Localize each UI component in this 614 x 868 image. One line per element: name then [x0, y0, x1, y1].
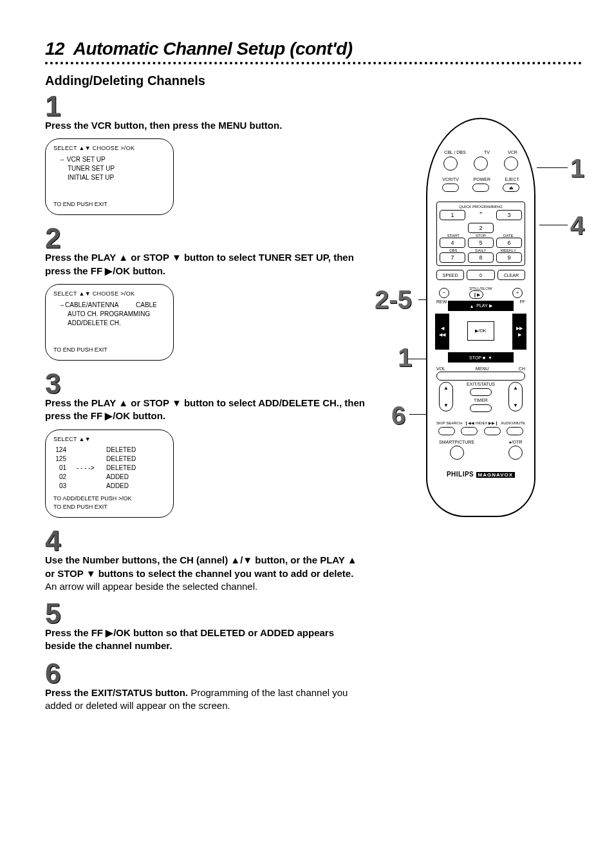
- osd1-header: SELECT ▲▼ CHOOSE >/OK: [53, 144, 165, 153]
- osd2-row-2: AUTO CH. PROGRAMMING: [59, 310, 165, 319]
- osd1-body: VCR SET UP TUNER SET UP INITIAL SET UP: [53, 153, 165, 200]
- page-title-text: Automatic Channel Setup (cont'd): [73, 39, 353, 59]
- index-prev-button[interactable]: [461, 427, 478, 435]
- key-5[interactable]: 5: [468, 238, 494, 248]
- osd1-item-1: VCR SET UP: [59, 155, 165, 164]
- step-5-text: Press the FF ▶/OK button so that DELETED…: [45, 627, 367, 653]
- menu-row: VOL MENU CH: [436, 366, 525, 381]
- callout-4: 4: [570, 211, 584, 240]
- key-2[interactable]: 2: [468, 223, 494, 233]
- skip-row: SKIP SEARCH ❙◀◀ INDEX ▶▶❙ AUDIO/MUTE: [436, 420, 525, 425]
- tv-button[interactable]: [474, 156, 488, 171]
- key-8[interactable]: 8: [468, 252, 494, 263]
- mid-buttons: ⏏: [427, 184, 534, 192]
- clear-button[interactable]: CLEAR: [498, 270, 525, 280]
- key-7[interactable]: 7: [440, 252, 465, 263]
- step-1-text: Press the VCR button, then press the MEN…: [45, 119, 367, 132]
- eject-button[interactable]: ⏏: [503, 184, 519, 192]
- key-6[interactable]: 6: [496, 238, 522, 248]
- step-number-5: 5: [45, 599, 367, 628]
- key-3[interactable]: 3: [496, 210, 522, 220]
- device-labels: CBL / DBS TV VCR: [427, 150, 534, 155]
- steps-column: 1 Press the VCR button, then press the M…: [45, 92, 367, 719]
- step-number-6: 6: [45, 659, 367, 688]
- tv-label: TV: [484, 150, 490, 155]
- menu-label: MENU: [476, 366, 489, 371]
- page-subtitle: Adding/Deleting Channels: [45, 73, 582, 88]
- audio-mute-button[interactable]: [507, 427, 523, 435]
- stop-down-button[interactable]: STOP ■ ▼: [448, 352, 514, 363]
- osd1-item-2: TUNER SET UP: [59, 164, 165, 173]
- osd2-body: CABLE/ANTENNACABLE AUTO CH. PROGRAMMING …: [53, 298, 165, 346]
- slow-minus-button[interactable]: −: [439, 288, 449, 298]
- step-number-1: 1: [45, 92, 367, 120]
- page-title: 12 Automatic Channel Setup (cont'd): [45, 39, 582, 59]
- speed-button[interactable]: SPEED: [436, 270, 464, 280]
- smartpicture-button[interactable]: [450, 446, 464, 460]
- osd3-body: 124DELETED 125DELETED 01- - - ->DELETED …: [53, 443, 165, 495]
- callout-6: 6: [391, 401, 405, 430]
- audio-mute-label: AUDIO/MUTE: [501, 421, 525, 425]
- brand-philips: PHILIPS: [447, 471, 474, 478]
- speed-row: SPEED 0 CLEAR: [436, 270, 525, 280]
- timer-button[interactable]: [470, 404, 492, 412]
- play-up-button[interactable]: ▲ PLAY ▶: [448, 301, 514, 311]
- index-label: ❙◀◀ INDEX ▶▶❙: [465, 420, 498, 425]
- leader-line: [537, 167, 568, 168]
- vcr-button[interactable]: [504, 156, 518, 171]
- rocker-row: ▲▼ EXIT/STATUS TIMER ▲▼: [439, 382, 523, 412]
- step-number-2: 2: [45, 224, 367, 252]
- eject-label: EJECT: [505, 177, 519, 182]
- vol-rocker[interactable]: ▲▼: [439, 382, 453, 411]
- index-next-button[interactable]: [484, 427, 501, 435]
- step-number-3: 3: [45, 370, 367, 398]
- key-1[interactable]: 1: [440, 210, 465, 220]
- power-button[interactable]: [472, 184, 489, 192]
- exit-status-label: EXIT/STATUS: [467, 382, 495, 386]
- key-0[interactable]: 0: [467, 270, 494, 280]
- ch-label: CH: [519, 366, 525, 371]
- osd1-footer: TO END PUSH EXIT: [53, 200, 165, 209]
- step-2-text: Press the PLAY ▲ or STOP ▼ button to sel…: [45, 251, 367, 278]
- osd1-item-3: INITIAL SET UP: [59, 173, 165, 182]
- still-slow-label: STILL/SLOW: [469, 287, 492, 290]
- osd2-header: SELECT ▲▼ CHOOSE >/OK: [53, 290, 165, 298]
- device-buttons: [427, 156, 534, 171]
- osd3-footer-1: TO ADD/DELETE PUSH >/OK: [53, 495, 165, 503]
- osd-screen-2: SELECT ▲▼ CHOOSE >/OK CABLE/ANTENNACABLE…: [45, 284, 174, 361]
- vol-label: VOL: [436, 366, 445, 371]
- remote-column: 1 4 2-5 1 6 CBL / DBS TV VCR VCR/TV POWE…: [380, 92, 582, 517]
- pause-play-button[interactable]: ❙▶: [469, 290, 483, 299]
- keypad: QUICK PROGRAMMING 1- 2 3 STARTSTOPDATE 4…: [436, 202, 525, 266]
- key-4[interactable]: 4: [440, 238, 465, 248]
- rec-otr-label: ●/OTR: [508, 440, 523, 444]
- ff-right-button[interactable]: ▶▶▶: [512, 314, 526, 350]
- vcr-label: VCR: [508, 150, 517, 155]
- rew-left-button[interactable]: ◀◀◀: [435, 314, 449, 350]
- key-9[interactable]: 9: [496, 252, 522, 263]
- vcrtv-button[interactable]: [442, 184, 459, 192]
- osd2-row-1: CABLE/ANTENNACABLE: [59, 301, 165, 310]
- leader-line: [539, 225, 568, 225]
- osd3-row: 124DELETED: [55, 446, 165, 455]
- remote-control: CBL / DBS TV VCR VCR/TV POWER EJECT ⏏: [426, 118, 535, 517]
- menu-button[interactable]: [436, 372, 525, 381]
- step-number-4: 4: [45, 527, 367, 555]
- brand: PHILIPS MAGNAVOX: [427, 471, 534, 478]
- timer-label: TIMER: [474, 398, 488, 402]
- osd3-row: 01- - - ->DELETED: [55, 464, 165, 473]
- page-number: 12: [45, 39, 64, 59]
- cbl-dbs-label: CBL / DBS: [444, 150, 466, 155]
- ok-button[interactable]: ▶/OK: [467, 321, 494, 341]
- exit-status-button[interactable]: [470, 388, 492, 396]
- mid-labels: VCR/TV POWER EJECT: [427, 177, 534, 182]
- callout-1: 1: [570, 154, 584, 183]
- skip-search-button[interactable]: [438, 427, 455, 435]
- callout-2-5: 2-5: [375, 285, 412, 314]
- cbl-dbs-button[interactable]: [443, 156, 458, 171]
- ch-rocker[interactable]: ▲▼: [508, 382, 523, 411]
- smartpicture-label: SMARTPICTURE: [439, 440, 474, 444]
- rec-otr-button[interactable]: [508, 446, 523, 460]
- slow-plus-button[interactable]: +: [512, 288, 523, 298]
- osd3-row: 125DELETED: [55, 455, 165, 464]
